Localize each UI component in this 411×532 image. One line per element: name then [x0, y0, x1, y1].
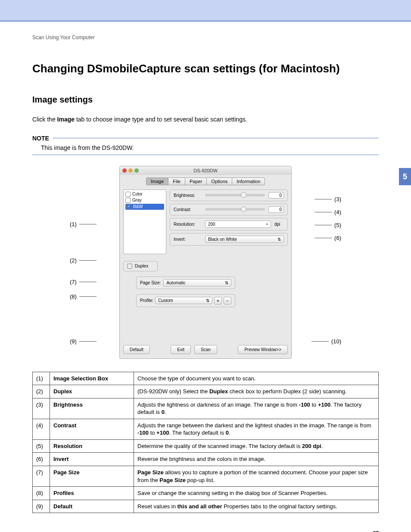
- duplex-label: Duplex: [135, 264, 148, 268]
- table-desc: Choose the type of document you want to …: [134, 372, 379, 385]
- top-accent-bar: [0, 0, 411, 21]
- invert-popup[interactable]: Black on White ⇅: [205, 236, 284, 243]
- table-row: (3)BrightnessAdjusts the lightness or da…: [33, 398, 379, 419]
- table-num: (4): [33, 419, 50, 439]
- profile-value: Custom: [158, 298, 173, 303]
- brightness-label: Brightness:: [174, 193, 202, 198]
- table-term: Image Selection Box: [50, 372, 134, 385]
- resolution-label: Resolution:: [174, 222, 202, 227]
- titlebar: DS-920DW: [120, 166, 291, 175]
- image-sel-label: B&W: [133, 204, 143, 209]
- callout-3: (3): [314, 196, 341, 202]
- note-text: This image is from the DS-920DW.: [32, 144, 379, 151]
- checkbox-color[interactable]: [125, 192, 131, 197]
- tab-image[interactable]: Image: [146, 177, 169, 185]
- table-row: (1)Image Selection BoxChoose the type of…: [33, 372, 379, 385]
- table-desc: Save or change the scanning setting in t…: [134, 487, 379, 500]
- table-term: Resolution: [50, 439, 134, 453]
- callout-10: (10): [311, 338, 341, 345]
- table-num: (7): [33, 466, 50, 486]
- tab-paper[interactable]: Paper: [185, 177, 207, 185]
- table-row: (2)Duplex(DS-920DW only) Select the Dupl…: [33, 385, 379, 398]
- note-header-line: [53, 138, 379, 138]
- image-selection-box[interactable]: Color Gray ✓ B&W: [123, 190, 166, 254]
- checkbox-bw[interactable]: ✓: [126, 204, 131, 209]
- intro-bold: Image: [57, 116, 75, 123]
- table-row: (5)ResolutionDetermine the quality of th…: [33, 439, 379, 453]
- page-number: 37: [32, 530, 379, 532]
- preview-window-button[interactable]: Preview Window>>: [238, 345, 288, 354]
- tab-options[interactable]: Options: [206, 177, 232, 185]
- exit-button[interactable]: Exit: [171, 345, 191, 354]
- table-num: (8): [33, 487, 50, 500]
- image-sel-label: Gray: [132, 198, 142, 202]
- duplex-checkbox-box[interactable]: Duplex: [123, 261, 158, 271]
- invert-row: Invert: Black on White ⇅: [170, 233, 288, 246]
- tab-file[interactable]: File: [168, 177, 185, 185]
- intro-text: Click the Image tab to choose image type…: [32, 115, 379, 124]
- contrast-label: Contrast:: [174, 207, 202, 212]
- updown-icon: ⇅: [206, 298, 209, 303]
- page-size-popup[interactable]: Automatic ⇅: [163, 279, 231, 286]
- slider-thumb[interactable]: [241, 192, 246, 198]
- image-sel-bw[interactable]: ✓ B&W: [125, 204, 164, 210]
- default-button[interactable]: Default: [123, 345, 150, 354]
- mac-window: DS-920DW Image File Paper Options Inform…: [119, 166, 292, 359]
- table-desc: Determine the quality of the scanned ima…: [134, 439, 379, 453]
- section-title: Image settings: [32, 95, 379, 105]
- action-bar: Default Exit Scan Preview Window>>: [120, 341, 291, 358]
- profile-label: Profile:: [140, 298, 153, 303]
- note-footer-line: [32, 155, 379, 155]
- updown-icon: ⇅: [225, 280, 228, 285]
- table-row: (6)InvertReverse the brightness and the …: [33, 453, 379, 466]
- callout-5: (5): [314, 222, 341, 228]
- callout-2: (2): [70, 257, 97, 264]
- profile-row: Profile: Custom ⇅ + −: [136, 294, 235, 307]
- contrast-slider[interactable]: [205, 208, 265, 211]
- table-term: Page Size: [50, 466, 134, 486]
- profile-remove-button[interactable]: −: [224, 297, 231, 305]
- table-desc: Page Size allows you to capture a portio…: [134, 466, 379, 486]
- tabs-row: Image File Paper Options Information: [120, 175, 291, 188]
- note-header: NOTE: [32, 135, 379, 142]
- tab-information[interactable]: Information: [232, 177, 265, 185]
- callout-4: (4): [314, 209, 341, 215]
- profile-popup[interactable]: Custom ⇅: [155, 297, 212, 304]
- slider-thumb[interactable]: [241, 206, 246, 212]
- table-row: (8)ProfilesSave or change the scanning s…: [33, 487, 379, 500]
- table-desc: Adjusts the range between the darkest an…: [134, 419, 379, 439]
- scan-button[interactable]: Scan: [194, 345, 217, 354]
- table-row: (4)ContrastAdjusts the range between the…: [33, 419, 379, 439]
- brightness-value[interactable]: 0: [268, 192, 284, 199]
- table-desc: (DS-920DW only) Select the Duplex check …: [134, 385, 379, 398]
- table-num: (1): [33, 372, 50, 385]
- callout-6: (6): [314, 235, 341, 241]
- intro-post: tab to choose image type and to set seve…: [75, 116, 247, 123]
- checkbox-gray[interactable]: [125, 198, 131, 203]
- resolution-combo[interactable]: 200 ▾: [205, 221, 271, 228]
- profile-add-button[interactable]: +: [214, 297, 222, 305]
- callout-8: (8): [70, 293, 97, 300]
- page-title: Changing DSmobileCapture scan settings (…: [32, 62, 379, 75]
- table-num: (6): [33, 453, 50, 466]
- table-num: (2): [33, 385, 50, 398]
- resolution-value: 200: [208, 222, 215, 227]
- image-sel-gray[interactable]: Gray: [125, 198, 164, 203]
- breadcrumb: Scan Using Your Computer: [32, 34, 379, 40]
- image-sel-color[interactable]: Color: [125, 192, 164, 197]
- table-num: (9): [33, 500, 50, 513]
- dropdown-icon: ▾: [266, 222, 268, 226]
- contrast-value[interactable]: 0: [268, 206, 284, 213]
- invert-value: Black on White: [208, 237, 237, 242]
- table-num: (3): [33, 398, 50, 419]
- image-sel-label: Color: [132, 192, 143, 196]
- table-term: Brightness: [50, 398, 134, 419]
- table-desc: Reverse the brightness and the colors in…: [134, 453, 379, 466]
- table-term: Invert: [50, 453, 134, 466]
- brightness-row: Brightness: 0: [170, 190, 288, 201]
- callout-9: (9): [70, 338, 97, 345]
- checkbox-duplex[interactable]: [127, 264, 132, 269]
- table-num: (5): [33, 439, 50, 453]
- brightness-slider[interactable]: [205, 194, 265, 196]
- table-term: Default: [50, 500, 134, 513]
